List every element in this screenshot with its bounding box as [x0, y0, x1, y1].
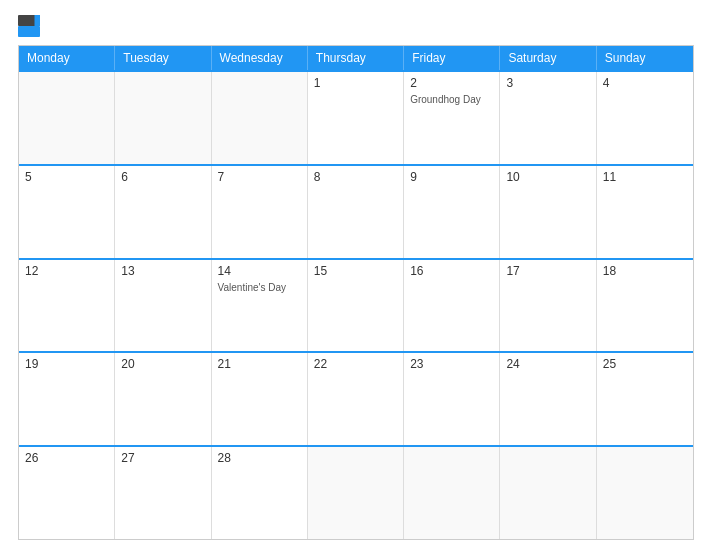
holiday-label: Groundhog Day	[410, 94, 493, 105]
day-number: 28	[218, 451, 301, 465]
calendar-cell	[597, 447, 693, 539]
calendar-cell: 28	[212, 447, 308, 539]
calendar-cell: 25	[597, 353, 693, 445]
calendar-week-3: 121314Valentine's Day15161718	[19, 258, 693, 352]
calendar-cell	[115, 72, 211, 164]
day-number: 4	[603, 76, 687, 90]
calendar-cell: 11	[597, 166, 693, 258]
calendar-cell: 17	[500, 260, 596, 352]
calendar-cell: 18	[597, 260, 693, 352]
calendar-week-2: 567891011	[19, 164, 693, 258]
calendar-cell: 16	[404, 260, 500, 352]
calendar-cell: 9	[404, 166, 500, 258]
calendar-cell: 3	[500, 72, 596, 164]
calendar-cell: 5	[19, 166, 115, 258]
logo-icon	[18, 15, 40, 37]
calendar: MondayTuesdayWednesdayThursdayFridaySatu…	[18, 45, 694, 540]
calendar-cell	[212, 72, 308, 164]
calendar-cell: 26	[19, 447, 115, 539]
calendar-cell: 15	[308, 260, 404, 352]
day-of-week-wednesday: Wednesday	[212, 46, 308, 70]
day-number: 12	[25, 264, 108, 278]
day-number: 10	[506, 170, 589, 184]
day-number: 9	[410, 170, 493, 184]
day-number: 7	[218, 170, 301, 184]
calendar-cell: 23	[404, 353, 500, 445]
calendar-cell: 7	[212, 166, 308, 258]
calendar-cell: 27	[115, 447, 211, 539]
calendar-cell: 10	[500, 166, 596, 258]
calendar-cell: 22	[308, 353, 404, 445]
calendar-cell	[308, 447, 404, 539]
calendar-cell: 1	[308, 72, 404, 164]
calendar-header-row: MondayTuesdayWednesdayThursdayFridaySatu…	[19, 46, 693, 70]
calendar-cell: 20	[115, 353, 211, 445]
calendar-cell	[500, 447, 596, 539]
svg-marker-2	[35, 15, 41, 26]
day-of-week-tuesday: Tuesday	[115, 46, 211, 70]
day-number: 27	[121, 451, 204, 465]
day-of-week-monday: Monday	[19, 46, 115, 70]
day-number: 22	[314, 357, 397, 371]
day-number: 20	[121, 357, 204, 371]
day-number: 5	[25, 170, 108, 184]
day-number: 8	[314, 170, 397, 184]
calendar-week-4: 19202122232425	[19, 351, 693, 445]
day-number: 14	[218, 264, 301, 278]
day-number: 16	[410, 264, 493, 278]
day-number: 3	[506, 76, 589, 90]
svg-rect-1	[18, 26, 40, 37]
day-number: 13	[121, 264, 204, 278]
calendar-cell: 21	[212, 353, 308, 445]
calendar-cell: 19	[19, 353, 115, 445]
calendar-week-1: 12Groundhog Day34	[19, 70, 693, 164]
page: MondayTuesdayWednesdayThursdayFridaySatu…	[0, 0, 712, 550]
logo	[18, 15, 42, 37]
calendar-cell: 4	[597, 72, 693, 164]
day-of-week-friday: Friday	[404, 46, 500, 70]
day-number: 23	[410, 357, 493, 371]
calendar-cell: 6	[115, 166, 211, 258]
calendar-cell	[404, 447, 500, 539]
calendar-cell	[19, 72, 115, 164]
calendar-week-5: 262728	[19, 445, 693, 539]
day-number: 17	[506, 264, 589, 278]
calendar-cell: 13	[115, 260, 211, 352]
day-number: 15	[314, 264, 397, 278]
header	[18, 15, 694, 37]
day-number: 1	[314, 76, 397, 90]
day-number: 2	[410, 76, 493, 90]
day-number: 18	[603, 264, 687, 278]
day-number: 19	[25, 357, 108, 371]
day-of-week-saturday: Saturday	[500, 46, 596, 70]
day-of-week-thursday: Thursday	[308, 46, 404, 70]
day-number: 6	[121, 170, 204, 184]
calendar-cell: 8	[308, 166, 404, 258]
calendar-body: 12Groundhog Day34567891011121314Valentin…	[19, 70, 693, 539]
holiday-label: Valentine's Day	[218, 282, 301, 293]
calendar-cell: 12	[19, 260, 115, 352]
calendar-cell: 24	[500, 353, 596, 445]
day-number: 25	[603, 357, 687, 371]
calendar-cell: 14Valentine's Day	[212, 260, 308, 352]
day-number: 26	[25, 451, 108, 465]
day-number: 24	[506, 357, 589, 371]
calendar-cell: 2Groundhog Day	[404, 72, 500, 164]
day-number: 11	[603, 170, 687, 184]
day-of-week-sunday: Sunday	[597, 46, 693, 70]
day-number: 21	[218, 357, 301, 371]
